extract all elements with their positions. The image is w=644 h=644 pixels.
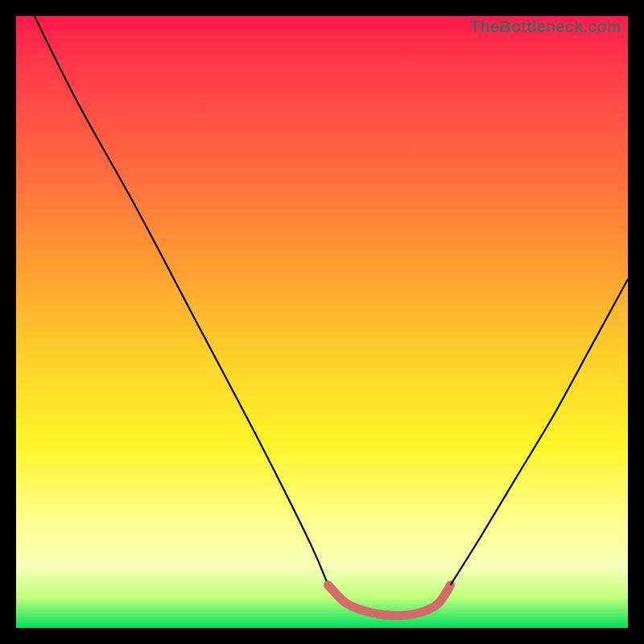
curve-right-arm: [451, 279, 628, 585]
curve-flat-bottom: [328, 585, 451, 616]
plot-area: TheBottleneck.com: [16, 16, 628, 628]
curve-left-arm: [35, 16, 328, 585]
bottleneck-curve: [16, 16, 628, 628]
chart-frame: TheBottleneck.com: [0, 0, 644, 644]
